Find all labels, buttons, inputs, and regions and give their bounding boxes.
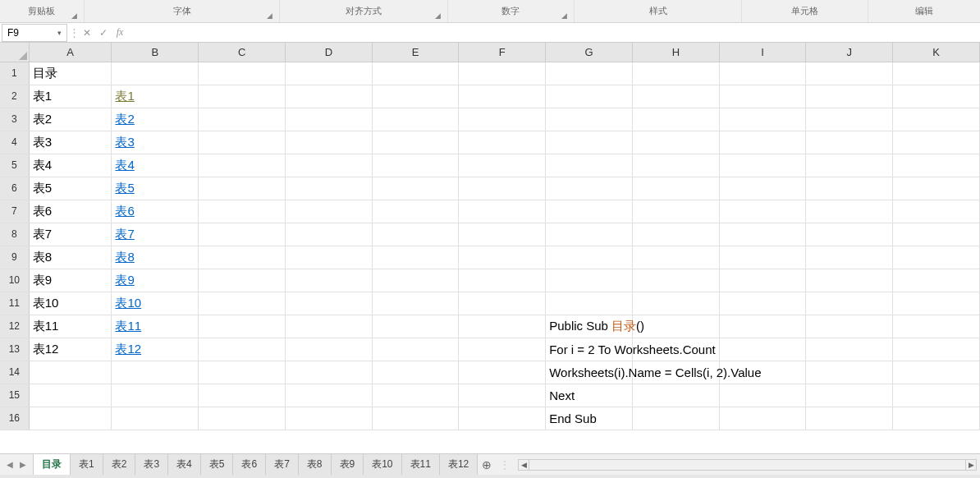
cell[interactable]: [459, 315, 546, 338]
cell[interactable]: [199, 407, 286, 430]
cell[interactable]: [719, 292, 806, 315]
row-header[interactable]: 5: [0, 154, 29, 177]
hyperlink[interactable]: 表11: [115, 319, 141, 333]
cell[interactable]: [632, 292, 719, 315]
cell[interactable]: [459, 407, 546, 430]
sheet-tab[interactable]: 表4: [167, 454, 201, 476]
cell[interactable]: [893, 62, 980, 85]
sheet-tab[interactable]: 表10: [363, 454, 401, 476]
cell[interactable]: [372, 154, 459, 177]
row-header[interactable]: 14: [0, 361, 29, 384]
cell[interactable]: [372, 177, 459, 200]
cell[interactable]: [372, 200, 459, 223]
cell[interactable]: [893, 269, 980, 292]
add-sheet-button[interactable]: ⊕: [477, 457, 495, 473]
column-header[interactable]: D: [285, 43, 372, 62]
cell[interactable]: 表4: [29, 154, 112, 177]
hyperlink[interactable]: 表7: [115, 227, 134, 241]
cell[interactable]: [632, 246, 719, 269]
cell[interactable]: 表6: [112, 200, 199, 223]
cell[interactable]: [459, 200, 546, 223]
hyperlink[interactable]: 表8: [115, 250, 134, 264]
cell[interactable]: [372, 223, 459, 246]
dropdown-arrow-icon[interactable]: ▾: [57, 29, 62, 37]
column-header[interactable]: B: [112, 43, 199, 62]
hyperlink[interactable]: 表2: [115, 112, 134, 126]
cell[interactable]: [546, 154, 633, 177]
cell[interactable]: 表5: [29, 177, 112, 200]
sheet-tab[interactable]: 表5: [200, 454, 234, 476]
cell[interactable]: [546, 131, 633, 154]
cell[interactable]: [199, 154, 286, 177]
cell[interactable]: [546, 85, 633, 108]
cell[interactable]: 表9: [112, 269, 199, 292]
column-header[interactable]: A: [29, 43, 112, 62]
cell[interactable]: [546, 177, 633, 200]
row-header[interactable]: 3: [0, 108, 29, 131]
cell[interactable]: [199, 200, 286, 223]
column-header[interactable]: I: [719, 43, 806, 62]
cell[interactable]: [372, 407, 459, 430]
hyperlink[interactable]: 表3: [115, 135, 134, 149]
cell[interactable]: [285, 407, 372, 430]
cell[interactable]: 表2: [29, 108, 112, 131]
cell[interactable]: [285, 200, 372, 223]
row-header[interactable]: 6: [0, 177, 29, 200]
cell[interactable]: [893, 223, 980, 246]
hyperlink[interactable]: 表5: [115, 181, 134, 195]
cell[interactable]: [893, 108, 980, 131]
cell[interactable]: [459, 384, 546, 407]
row-header[interactable]: 9: [0, 246, 29, 269]
cell[interactable]: 表6: [29, 200, 112, 223]
hyperlink[interactable]: 表9: [115, 273, 134, 287]
row-header[interactable]: 4: [0, 131, 29, 154]
cell[interactable]: [285, 108, 372, 131]
cell[interactable]: [372, 269, 459, 292]
cell[interactable]: [719, 315, 806, 338]
cell[interactable]: [893, 315, 980, 338]
column-header[interactable]: J: [806, 43, 893, 62]
cell[interactable]: [199, 223, 286, 246]
cell[interactable]: [199, 384, 286, 407]
cell[interactable]: [719, 108, 806, 131]
cell[interactable]: [199, 269, 286, 292]
cell[interactable]: 表10: [29, 292, 112, 315]
cell[interactable]: 表9: [29, 269, 112, 292]
cell[interactable]: [806, 108, 893, 131]
cell[interactable]: [806, 246, 893, 269]
cell[interactable]: [893, 154, 980, 177]
cell[interactable]: [372, 85, 459, 108]
cell[interactable]: End Sub: [546, 407, 633, 430]
cell[interactable]: [199, 246, 286, 269]
cell[interactable]: [459, 292, 546, 315]
cell[interactable]: [112, 62, 199, 85]
row-header[interactable]: 16: [0, 407, 29, 430]
cell[interactable]: [459, 154, 546, 177]
column-header[interactable]: K: [893, 43, 980, 62]
dialog-launcher-icon[interactable]: ◢: [71, 11, 80, 21]
cell[interactable]: [893, 407, 980, 430]
cell[interactable]: [199, 85, 286, 108]
cell[interactable]: [719, 246, 806, 269]
cell[interactable]: [372, 246, 459, 269]
cell[interactable]: [29, 361, 112, 384]
cell[interactable]: [459, 85, 546, 108]
cell[interactable]: [719, 85, 806, 108]
cell[interactable]: [632, 62, 719, 85]
cell[interactable]: [459, 177, 546, 200]
tab-nav-next-icon[interactable]: ▶: [18, 458, 28, 471]
cell[interactable]: [546, 246, 633, 269]
cell[interactable]: [719, 177, 806, 200]
cell[interactable]: [719, 154, 806, 177]
row-header[interactable]: 12: [0, 315, 29, 338]
cell[interactable]: [632, 223, 719, 246]
dialog-launcher-icon[interactable]: ◢: [267, 11, 276, 21]
cell[interactable]: [806, 154, 893, 177]
sheet-tab[interactable]: 表11: [401, 454, 440, 476]
cell[interactable]: 表3: [29, 131, 112, 154]
cell[interactable]: [806, 62, 893, 85]
cell[interactable]: [199, 292, 286, 315]
cell[interactable]: [719, 338, 806, 361]
cell[interactable]: [372, 108, 459, 131]
cell[interactable]: [285, 338, 372, 361]
